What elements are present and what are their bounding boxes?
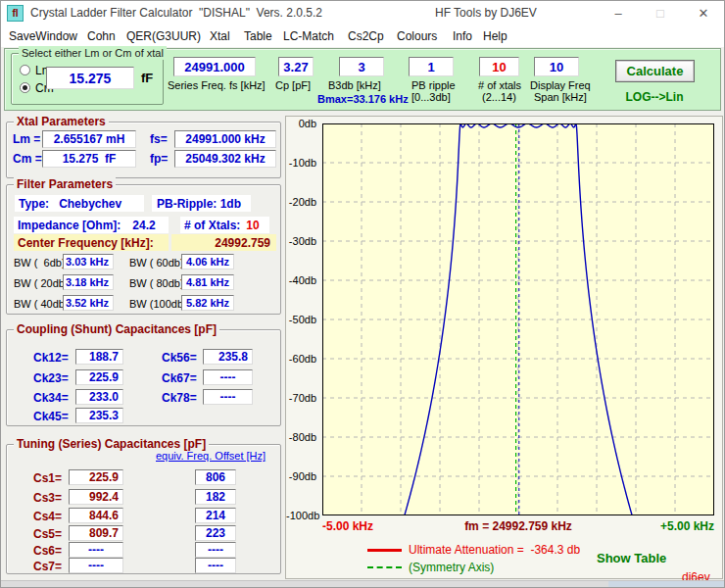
ck56-value: 235.8 — [203, 349, 253, 365]
bw60-value: 4.06 kHz — [181, 254, 234, 270]
coupling-capacitances-group: Coupling (Shunt) Capacitances [pF] Ck12=… — [6, 329, 281, 426]
center-freq-value: 24992.759 — [171, 234, 276, 251]
lm-cm-select-title: Select either Lm or Cm of xtal — [19, 46, 167, 60]
menu-item-lc-match[interactable]: LC-Match — [283, 29, 334, 43]
y-axis-tick-label: -80db — [286, 431, 316, 443]
tuning-capacitances-title: Tuning (Series) Capacitances [pF] — [14, 437, 209, 451]
menu-item-savewindow[interactable]: SaveWindow — [9, 29, 77, 43]
menu-item-xtal[interactable]: Xtal — [210, 29, 230, 43]
cs5-value: 809.7 — [69, 525, 123, 541]
pb-ripple-input[interactable]: 1 — [409, 57, 454, 76]
y-axis-tick-label: -20db — [286, 196, 316, 208]
fs-result-value: 24991.000 kHz — [174, 130, 276, 148]
menu-item-qer-g3uur[interactable]: QER(G3UUR) — [126, 29, 201, 43]
bmax-note: Bmax=33.176 kHz — [317, 93, 409, 105]
y-axis-tick-label: -100db — [286, 510, 316, 521]
cs7-value: ---- — [69, 558, 123, 573]
app-window: fl Crystal Ladder Filter Calculator "DIS… — [0, 0, 725, 588]
pb-ripple-result: PB-Ripple: 1db — [152, 195, 251, 212]
ultimate-attenuation-legend-line — [367, 549, 402, 552]
num-xtals-result-box: # of Xtals: 10 — [180, 217, 269, 233]
status-bar-segment — [608, 581, 725, 588]
filter-parameters-title: Filter Parameters — [14, 177, 116, 191]
ck67-value: ---- — [203, 369, 253, 385]
tuning-capacitances-group: Tuning (Series) Capacitances [pF] equiv.… — [6, 444, 281, 574]
cm-value-input[interactable]: 15.275 — [46, 67, 134, 89]
menu-item-cs2cp[interactable]: Cs2Cp — [348, 29, 384, 43]
cp-label: Cp [pF] — [275, 79, 311, 91]
ck34-label: Ck34= — [33, 391, 69, 405]
display-span-label2: Span [kHz] — [534, 91, 587, 103]
status-bar — [1, 580, 725, 588]
symmetry-axis-legend-label: (Symmetry Axis) — [409, 561, 494, 574]
y-axis-tick-label: -50db — [286, 314, 316, 325]
menu-item-help[interactable]: Help — [483, 29, 508, 43]
menu-item-table[interactable]: Table — [244, 29, 272, 43]
ck56-label: Ck56= — [162, 351, 197, 365]
calculate-button[interactable]: Calculate — [615, 60, 695, 82]
cs4-offset: 214 — [195, 508, 236, 523]
xtal-parameters-group: Xtal Parameters Lm = 2.655167 mH fs= 249… — [6, 122, 281, 178]
cm-result-label: Cm = — [13, 152, 42, 166]
cp-input[interactable]: 3.27 — [278, 57, 314, 76]
ck34-value: 233.0 — [75, 389, 123, 405]
cs5-label: Cs5= — [33, 527, 62, 541]
ck45-value: 235.3 — [75, 408, 123, 423]
bw60-label: BW ( 60db): — [129, 257, 187, 269]
window-title-right: HF Tools by DJ6EV — [435, 6, 537, 20]
ck67-label: Ck67= — [162, 371, 197, 385]
minimize-button[interactable]: – — [602, 1, 635, 25]
num-xtals-input[interactable]: 10 — [479, 57, 519, 76]
window-title: Crystal Ladder Filter Calculator "DISHAL… — [30, 6, 322, 20]
y-axis-tick-label: 0db — [286, 118, 316, 129]
cs7-label: Cs7= — [33, 560, 62, 573]
lm-radio[interactable] — [20, 65, 30, 75]
cs1-value: 225.9 — [69, 469, 123, 485]
cs4-label: Cs4= — [33, 510, 62, 523]
display-span-label1: Display Freq — [530, 79, 591, 91]
menu-item-info[interactable]: Info — [453, 29, 472, 43]
menu-item-colours[interactable]: Colours — [397, 29, 437, 43]
bw40-value: 3.52 kHz — [63, 295, 114, 311]
pb-ripple-range-label: [0...3db] — [411, 91, 451, 103]
filter-type-value: Chebychev — [49, 197, 121, 211]
ck12-label: Ck12= — [33, 351, 69, 365]
ck23-label: Ck23= — [33, 371, 69, 385]
cm-result-value: 15.275 fF — [42, 150, 136, 168]
fs-result-label: fs= — [150, 132, 168, 146]
close-button[interactable]: ✕ — [687, 1, 720, 25]
display-span-input[interactable]: 10 — [534, 57, 579, 76]
maximize-button[interactable]: □ — [644, 1, 677, 25]
coupling-capacitances-title: Coupling (Shunt) Capacitances [pF] — [14, 322, 219, 336]
cs3-offset: 182 — [195, 489, 236, 505]
ultimate-attenuation-legend-label: Ultimate Attenuation = -364.3 db — [409, 543, 580, 557]
equiv-freq-offset-link[interactable]: equiv. Freq. Offset [Hz] — [156, 450, 266, 462]
b3db-input[interactable]: 3 — [339, 57, 384, 76]
series-freq-input[interactable]: 24991.000 — [173, 57, 256, 76]
lm-cm-select-group: Select either Lm or Cm of xtal Lm Cm 15.… — [11, 53, 164, 105]
menu-item-cohn[interactable]: Cohn — [87, 29, 116, 43]
ck45-label: Ck45= — [33, 410, 69, 423]
cm-radio[interactable] — [20, 82, 30, 93]
cs3-value: 992.4 — [69, 489, 123, 505]
bw6-label: BW ( 6db): — [14, 257, 69, 269]
xtal-parameters-title: Xtal Parameters — [14, 115, 109, 128]
filter-parameters-group: Filter Parameters Type: Chebychev PB-Rip… — [6, 184, 281, 315]
b3db-label: B3db [kHz] — [328, 79, 381, 91]
x-axis-right-label: +5.00 kHz — [616, 519, 714, 533]
cs1-offset: 806 — [195, 469, 236, 485]
num-xtals-range-label: (2...14) — [482, 91, 516, 103]
chart-panel: 0db-10db-20db-30db-40db-50db-60db-70db-8… — [285, 116, 723, 579]
menu-bar: SaveWindow Cohn QER(G3UUR) Xtal Table LC… — [1, 25, 724, 47]
center-freq-label: Center Frequency [kHz]: — [14, 234, 169, 251]
bw20-value: 3.18 kHz — [63, 274, 114, 290]
y-axis-tick-label: -40db — [286, 274, 316, 286]
fp-result-value: 25049.302 kHz — [174, 150, 276, 168]
filter-type-box: Type: Chebychev — [15, 195, 144, 212]
ck78-label: Ck78= — [162, 391, 197, 405]
log-lin-toggle[interactable]: LOG-->Lin — [617, 90, 692, 104]
bw100-value: 5.82 kHz — [181, 295, 234, 311]
bw6-value: 3.03 kHz — [63, 254, 114, 270]
cs1-label: Cs1= — [33, 471, 62, 485]
show-table-button[interactable]: Show Table — [597, 551, 666, 565]
